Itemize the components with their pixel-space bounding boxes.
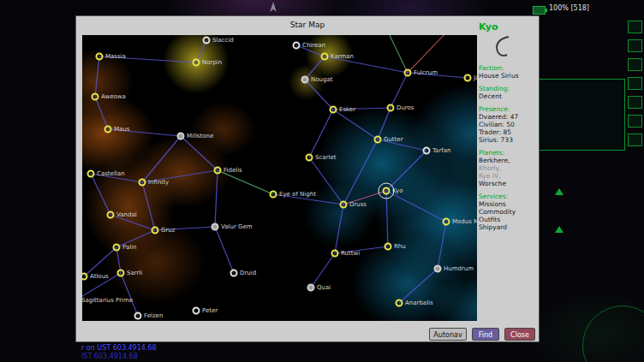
- map-system-massia[interactable]: [96, 53, 104, 61]
- hud-slot[interactable]: [628, 77, 642, 90]
- map-system-fulcrum[interactable]: [404, 69, 412, 77]
- map-system-vandal[interactable]: [107, 211, 115, 219]
- presence-entry: Civilian: 50: [479, 121, 539, 128]
- map-system-label-esker: Esker: [339, 106, 355, 113]
- map-system-label-nougat: Nougat: [311, 76, 332, 83]
- hyperlane: [181, 136, 218, 170]
- presence-label: Presence:: [479, 105, 539, 113]
- map-system-label-gruz: Gruz: [161, 227, 175, 234]
- hyperlane: [391, 73, 408, 108]
- map-system-maus[interactable]: [104, 126, 112, 134]
- hyperlane: [305, 80, 333, 110]
- system-info-panel: Kyo Faction: House Sirius Standing: Dece…: [479, 21, 539, 231]
- hyperlane: [399, 269, 438, 303]
- map-system-label-druid: Druid: [240, 270, 256, 276]
- map-system-label-modus-m: Modus M: [452, 218, 477, 225]
- hyperlane: [121, 273, 138, 316]
- map-system-label-palin: Palin: [122, 244, 137, 251]
- map-system-sarrli[interactable]: [117, 270, 125, 277]
- map-system-rhu[interactable]: [385, 243, 392, 251]
- hyperlane: [343, 139, 378, 205]
- map-system-modus-m[interactable]: [443, 218, 450, 226]
- hud-slot[interactable]: [628, 115, 642, 128]
- map-system-felzen[interactable]: [134, 312, 142, 320]
- services-label: Services:: [479, 193, 539, 200]
- map-system-label-maus: Maus: [114, 126, 129, 133]
- hyperlane: [333, 110, 378, 139]
- map-system-ruttwi[interactable]: [331, 250, 339, 258]
- hud-radar-arc: [582, 306, 644, 362]
- map-system-gruz[interactable]: [152, 227, 159, 234]
- map-system-chirean[interactable]: [293, 42, 301, 50]
- hud-slot[interactable]: [628, 96, 642, 109]
- service-entry: Missions: [479, 200, 539, 208]
- presence-entry: Dvaered: 47: [479, 113, 539, 121]
- planet-entry: Kyo IV,: [479, 172, 539, 180]
- map-system-karman[interactable]: [321, 53, 329, 61]
- autonav-button[interactable]: Autonav: [429, 328, 467, 341]
- map-system-druid[interactable]: [230, 270, 238, 277]
- map-system-scarlet[interactable]: [306, 154, 313, 162]
- map-system-label-gutter: Gutter: [384, 136, 403, 143]
- map-system-gutter[interactable]: [374, 136, 382, 144]
- map-system-humdrum[interactable]: [434, 265, 442, 273]
- star-map-window: Star Map MassiaSlaccidNorpinChireanKarma…: [75, 15, 540, 342]
- log-message-2: IST 603.4914.68: [81, 353, 138, 360]
- map-system-peter[interactable]: [193, 307, 200, 315]
- map-system-tarfan[interactable]: [423, 147, 431, 155]
- map-system-nougat[interactable]: [301, 76, 309, 84]
- map-system-valur-gem[interactable]: [212, 223, 219, 231]
- planet-entry: Worsche: [479, 180, 539, 187]
- hyperlane: [438, 222, 446, 269]
- map-system-infinity[interactable]: [139, 179, 146, 187]
- hud-slot[interactable]: [628, 58, 642, 71]
- map-system-quai[interactable]: [307, 284, 315, 292]
- hyperlane: [84, 247, 116, 276]
- close-button[interactable]: Close: [504, 328, 535, 341]
- map-system-esker[interactable]: [330, 106, 337, 114]
- map-system-label-valur-gem: Valur Gem: [221, 223, 253, 230]
- hud-target-panel: [538, 79, 625, 151]
- standing-value: Decent: [479, 92, 539, 100]
- map-system-eye-of-night[interactable]: [270, 191, 277, 199]
- hud-slot[interactable]: [628, 134, 642, 146]
- map-system-label-karman: Karman: [331, 53, 354, 60]
- hyperlane: [335, 205, 343, 253]
- map-system-label-fidelis: Fidelis: [224, 167, 242, 174]
- hyperlane: [91, 174, 110, 215]
- map-system-fidelis[interactable]: [214, 167, 222, 175]
- find-button[interactable]: Find: [472, 328, 499, 341]
- hyperlane: [215, 227, 234, 273]
- map-system-jac[interactable]: [464, 74, 472, 82]
- service-entry: Shipyard: [479, 223, 539, 231]
- map-system-label-rhu: Rhu: [394, 243, 406, 250]
- map-system-label-duros: Duros: [397, 104, 414, 111]
- map-system-aweowa[interactable]: [92, 93, 99, 101]
- map-system-label-castellan: Castellan: [97, 170, 125, 177]
- map-system-anarbalis[interactable]: [396, 300, 403, 307]
- map-system-label-atlous: Atlous: [90, 273, 109, 280]
- star-map[interactable]: MassiaSlaccidNorpinChireanKarmanFulcrumJ…: [82, 35, 477, 321]
- planet-entry: Berkhere,: [479, 157, 539, 164]
- map-system-druss[interactable]: [340, 201, 348, 209]
- faction-emblem-icon: [491, 35, 539, 59]
- map-system-palin[interactable]: [113, 244, 121, 252]
- game-screen: 100% [518] r on UST 603.4914.68 IST 603.…: [0, 0, 644, 362]
- map-system-norpin[interactable]: [193, 59, 200, 67]
- hud-marker-triangle: [555, 188, 564, 195]
- map-system-slaccid[interactable]: [203, 37, 211, 45]
- map-system-label-peter: Peter: [202, 307, 218, 314]
- hyperlane: [386, 191, 388, 246]
- map-system-label-fulcrum: Fulcrum: [414, 69, 438, 76]
- hyperlane: [142, 182, 155, 230]
- hud-slot[interactable]: [628, 39, 642, 52]
- hyperlane: [309, 110, 333, 157]
- hyperlane: [408, 35, 449, 73]
- hud-slot[interactable]: [628, 21, 642, 33]
- map-system-atlous[interactable]: [82, 273, 88, 281]
- map-system-label-eye-of-night: Eye of Night: [279, 191, 316, 198]
- map-system-millstone[interactable]: [177, 133, 185, 140]
- map-system-label-druss: Druss: [349, 201, 367, 208]
- map-system-duros[interactable]: [387, 104, 395, 112]
- map-system-castellan[interactable]: [87, 170, 95, 178]
